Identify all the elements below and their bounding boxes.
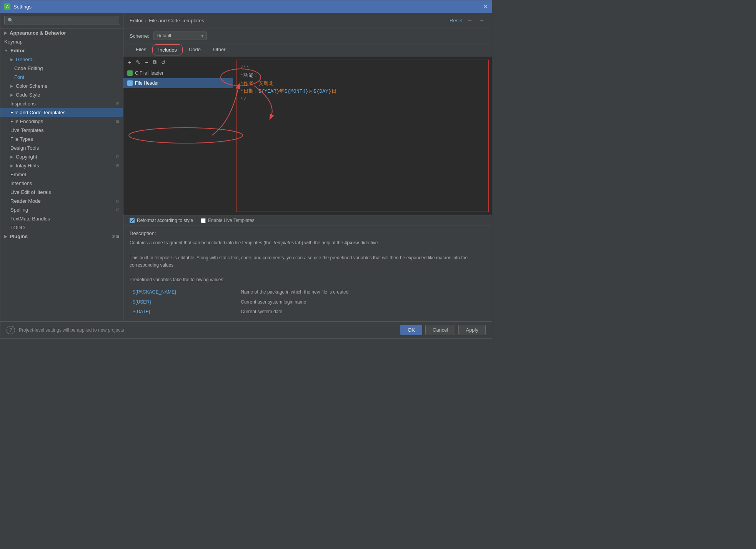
sidebar-item-live-edit-literals[interactable]: Live Edit of literals (0, 188, 123, 197)
sidebar-item-color-scheme[interactable]: ▶ Color Scheme (0, 82, 123, 90)
apply-button[interactable]: Apply (458, 325, 486, 335)
collapse-arrow-code-style: ▶ (10, 93, 13, 97)
sidebar-item-plugins[interactable]: ▶ Plugins ① ⊟ (0, 232, 123, 241)
reset-button[interactable]: Reset (450, 18, 463, 23)
sidebar-item-code-style[interactable]: ▶ Code Style (0, 90, 123, 99)
sidebar-item-spelling[interactable]: Spelling ⊟ (0, 205, 123, 214)
desc-text-bold: #parse (345, 240, 360, 245)
nav-forward-button[interactable]: → (477, 17, 486, 24)
sidebar-item-editor[interactable]: ▼ Editor (0, 46, 123, 55)
reformat-label: Reformat according to style (137, 218, 193, 223)
sidebar-label-general: General (16, 57, 33, 62)
tab-files-label: Files (136, 47, 146, 52)
tab-includes[interactable]: Includes (152, 44, 182, 55)
bottom-info-text: Project-level settings will be applied t… (19, 327, 124, 333)
code-editor[interactable]: /** *功能： *作者：安胤龙 *日期：${YEAR}年${MONTH}月${… (236, 60, 489, 212)
tab-other[interactable]: Other (207, 43, 232, 56)
description-panel: Description: Contains a code fragment th… (123, 226, 492, 321)
tab-files[interactable]: Files (130, 43, 152, 56)
description-table: ${PACKAGE_NAME} Name of the package in w… (130, 287, 486, 317)
template-icon-file-header (127, 80, 133, 86)
template-toolbar: + ✎ − ⧉ ↺ (123, 57, 233, 68)
sidebar-item-file-types[interactable]: File Types (0, 135, 123, 144)
options-row: Reformat according to style Enable Live … (123, 215, 492, 226)
code-line-4: *日期：${YEAR}年${MONTH}月${DAY}日 (240, 88, 485, 96)
sidebar-label-font: Font (14, 74, 24, 80)
badge-copyright: ⊟ (116, 155, 119, 159)
sidebar-item-file-encodings[interactable]: File Encodings ⊟ (0, 117, 123, 126)
badge-plugins: ① ⊟ (112, 234, 119, 239)
reset-template-button[interactable]: ↺ (160, 58, 167, 66)
search-box (0, 13, 123, 28)
breadcrumb-actions: Reset ← → (450, 17, 486, 24)
sidebar-item-reader-mode[interactable]: Reader Mode ⊟ (0, 197, 123, 205)
sidebar-label-copyright: Copyright (16, 154, 37, 160)
sidebar-item-intentions[interactable]: Intentions (0, 179, 123, 188)
collapse-arrow-editor: ▼ (4, 48, 8, 53)
live-templates-label: Enable Live Templates (208, 218, 255, 223)
sidebar-item-appearance[interactable]: ▶ Appearance & Behavior (0, 28, 123, 37)
template-label-file-header: File Header (135, 80, 159, 86)
sidebar-label-live-edit-literals: Live Edit of literals (10, 189, 51, 195)
android-icon: A (4, 3, 10, 10)
tab-code[interactable]: Code (183, 43, 207, 56)
template-item-c-file-header[interactable]: C File Header (123, 68, 233, 78)
sidebar-item-todo[interactable]: TODO (0, 223, 123, 232)
edit-template-button[interactable]: ✎ (134, 58, 142, 66)
badge-reader-mode: ⊟ (116, 199, 119, 203)
sidebar-label-code-style: Code Style (16, 92, 40, 98)
sidebar-label-reader-mode: Reader Mode (10, 198, 41, 204)
sidebar-label-inspections: Inspections (10, 101, 36, 107)
help-button[interactable]: ? (7, 326, 15, 334)
sidebar: ▶ Appearance & Behavior Keymap ▼ Editor … (0, 13, 123, 321)
desc-text-2: tab) with the help of the (294, 240, 344, 245)
sidebar-item-general[interactable]: ▶ General (0, 55, 123, 64)
live-templates-checkbox[interactable] (201, 218, 206, 223)
sidebar-label-emmet: Emmet (10, 172, 26, 177)
add-template-button[interactable]: + (127, 58, 133, 66)
sidebar-item-design-tools[interactable]: Design Tools (0, 144, 123, 152)
scheme-select[interactable]: Default Project (153, 32, 207, 40)
var-name-package: ${PACKAGE_NAME} (130, 287, 238, 297)
tab-other-label: Other (213, 47, 226, 52)
breadcrumb-current: File and Code Templates (149, 18, 204, 23)
template-item-file-header[interactable]: File Header (123, 78, 233, 88)
close-button[interactable]: ✕ (483, 3, 488, 10)
template-list-panel: + ✎ − ⧉ ↺ C File Header (123, 57, 233, 215)
collapse-arrow-inlay-hints: ▶ (10, 164, 13, 168)
ok-button[interactable]: OK (400, 325, 422, 335)
scheme-bar: Scheme: Default Project (123, 28, 492, 43)
search-input[interactable] (4, 16, 119, 25)
sidebar-item-inspections[interactable]: Inspections ⊟ (0, 99, 123, 108)
code-line-1: /** (240, 64, 485, 72)
window-title: Settings (13, 4, 32, 10)
scheme-label: Scheme: (130, 33, 149, 39)
description-title: Description: (130, 230, 486, 236)
cancel-button[interactable]: Cancel (425, 325, 455, 335)
reformat-checkbox-label[interactable]: Reformat according to style (130, 218, 193, 223)
sidebar-item-keymap[interactable]: Keymap (0, 37, 123, 46)
sidebar-item-emmet[interactable]: Emmet (0, 170, 123, 179)
sidebar-item-inlay-hints[interactable]: ▶ Inlay Hints ⊟ (0, 161, 123, 170)
sidebar-item-font[interactable]: Font (0, 73, 123, 82)
sidebar-item-live-templates[interactable]: Live Templates (0, 126, 123, 135)
bottom-right: OK Cancel Apply (400, 325, 486, 335)
collapse-arrow-plugins: ▶ (4, 234, 7, 239)
copy-template-button[interactable]: ⧉ (151, 58, 158, 66)
live-templates-checkbox-label[interactable]: Enable Live Templates (201, 218, 255, 223)
sidebar-item-copyright[interactable]: ▶ Copyright ⊟ (0, 152, 123, 161)
nav-back-button[interactable]: ← (466, 17, 474, 24)
table-row-package-name: ${PACKAGE_NAME} Name of the package in w… (130, 287, 486, 297)
remove-template-button[interactable]: − (143, 58, 150, 66)
breadcrumb-separator: › (145, 18, 147, 23)
var-desc-date: Current system date (238, 307, 486, 317)
var-desc-package: Name of the package in which the new fil… (238, 287, 486, 297)
sidebar-item-textmate-bundles[interactable]: TextMate Bundles (0, 214, 123, 223)
title-bar-left: A Settings (4, 3, 32, 10)
sidebar-item-code-editing[interactable]: Code Editing (0, 64, 123, 73)
table-row-date: ${DATE} Current system date (130, 307, 486, 317)
reformat-checkbox[interactable] (130, 218, 135, 223)
sidebar-label-code-editing: Code Editing (14, 65, 43, 71)
sidebar-item-file-code-templates[interactable]: File and Code Templates (0, 108, 123, 117)
sidebar-label-intentions: Intentions (10, 180, 32, 186)
